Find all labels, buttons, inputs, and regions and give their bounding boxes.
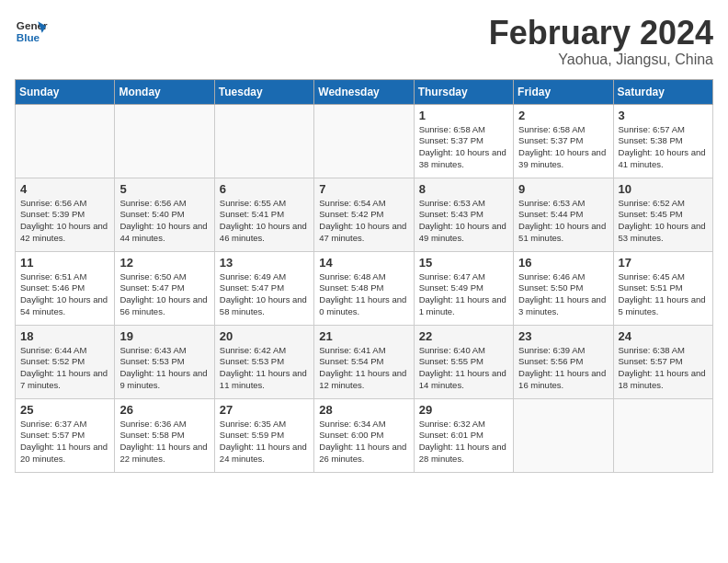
svg-text:Blue: Blue xyxy=(17,31,40,43)
day-number: 27 xyxy=(220,403,309,417)
calendar-week-3: 11Sunrise: 6:51 AM Sunset: 5:46 PM Dayli… xyxy=(16,251,713,325)
calendar-cell: 9Sunrise: 6:53 AM Sunset: 5:44 PM Daylig… xyxy=(514,178,613,251)
day-number: 28 xyxy=(319,403,408,417)
calendar-table: SundayMondayTuesdayWednesdayThursdayFrid… xyxy=(15,79,713,473)
day-number: 1 xyxy=(419,109,508,122)
calendar-cell: 29Sunrise: 6:32 AM Sunset: 6:01 PM Dayli… xyxy=(414,398,513,472)
day-info: Sunrise: 6:40 AM Sunset: 5:55 PM Dayligh… xyxy=(419,345,508,392)
weekday-header-saturday: Saturday xyxy=(613,79,712,104)
weekday-header-tuesday: Tuesday xyxy=(214,79,313,104)
calendar-cell xyxy=(613,398,712,472)
day-info: Sunrise: 6:39 AM Sunset: 5:56 PM Dayligh… xyxy=(518,345,608,392)
calendar-cell: 12Sunrise: 6:50 AM Sunset: 5:47 PM Dayli… xyxy=(115,251,214,325)
calendar-cell: 25Sunrise: 6:37 AM Sunset: 5:57 PM Dayli… xyxy=(16,398,115,472)
day-info: Sunrise: 6:53 AM Sunset: 5:44 PM Dayligh… xyxy=(518,198,608,245)
day-number: 5 xyxy=(119,182,209,196)
calendar-cell xyxy=(115,104,214,178)
day-number: 6 xyxy=(220,182,309,196)
day-number: 15 xyxy=(419,256,508,270)
weekday-header-row: SundayMondayTuesdayWednesdayThursdayFrid… xyxy=(16,79,713,104)
day-info: Sunrise: 6:58 AM Sunset: 5:37 PM Dayligh… xyxy=(419,124,508,171)
day-info: Sunrise: 6:56 AM Sunset: 5:39 PM Dayligh… xyxy=(20,198,109,245)
day-info: Sunrise: 6:45 AM Sunset: 5:51 PM Dayligh… xyxy=(619,271,708,318)
calendar-cell: 2Sunrise: 6:58 AM Sunset: 5:37 PM Daylig… xyxy=(514,104,613,178)
day-info: Sunrise: 6:41 AM Sunset: 5:54 PM Dayligh… xyxy=(319,345,408,392)
day-number: 29 xyxy=(419,403,508,417)
calendar-cell: 6Sunrise: 6:55 AM Sunset: 5:41 PM Daylig… xyxy=(214,178,313,251)
day-info: Sunrise: 6:43 AM Sunset: 5:53 PM Dayligh… xyxy=(119,345,209,392)
calendar-cell: 17Sunrise: 6:45 AM Sunset: 5:51 PM Dayli… xyxy=(613,251,712,325)
day-info: Sunrise: 6:52 AM Sunset: 5:45 PM Dayligh… xyxy=(619,198,708,245)
day-info: Sunrise: 6:42 AM Sunset: 5:53 PM Dayligh… xyxy=(220,345,309,392)
calendar-cell: 24Sunrise: 6:38 AM Sunset: 5:57 PM Dayli… xyxy=(613,325,712,398)
day-info: Sunrise: 6:51 AM Sunset: 5:46 PM Dayligh… xyxy=(20,271,109,318)
day-number: 7 xyxy=(319,182,408,196)
day-info: Sunrise: 6:50 AM Sunset: 5:47 PM Dayligh… xyxy=(119,271,209,318)
day-number: 9 xyxy=(518,182,608,196)
day-number: 13 xyxy=(220,256,309,270)
calendar-cell: 8Sunrise: 6:53 AM Sunset: 5:43 PM Daylig… xyxy=(414,178,513,251)
calendar-cell: 20Sunrise: 6:42 AM Sunset: 5:53 PM Dayli… xyxy=(214,325,313,398)
day-info: Sunrise: 6:36 AM Sunset: 5:58 PM Dayligh… xyxy=(119,419,209,465)
calendar-cell: 11Sunrise: 6:51 AM Sunset: 5:46 PM Dayli… xyxy=(16,251,115,325)
calendar-cell: 15Sunrise: 6:47 AM Sunset: 5:49 PM Dayli… xyxy=(414,251,513,325)
day-info: Sunrise: 6:53 AM Sunset: 5:43 PM Dayligh… xyxy=(419,198,508,245)
calendar-cell xyxy=(16,104,115,178)
day-number: 20 xyxy=(220,329,309,343)
calendar-cell: 27Sunrise: 6:35 AM Sunset: 5:59 PM Dayli… xyxy=(214,398,313,472)
calendar-cell: 21Sunrise: 6:41 AM Sunset: 5:54 PM Dayli… xyxy=(314,325,414,398)
calendar-cell: 5Sunrise: 6:56 AM Sunset: 5:40 PM Daylig… xyxy=(115,178,214,251)
location: Yaohua, Jiangsu, China xyxy=(489,52,713,68)
day-number: 12 xyxy=(119,256,209,270)
calendar-cell: 14Sunrise: 6:48 AM Sunset: 5:48 PM Dayli… xyxy=(314,251,414,325)
weekday-header-monday: Monday xyxy=(115,79,214,104)
day-number: 11 xyxy=(20,256,109,270)
calendar-cell: 18Sunrise: 6:44 AM Sunset: 5:52 PM Dayli… xyxy=(16,325,115,398)
month-title: February 2024 xyxy=(489,15,713,52)
calendar-week-5: 25Sunrise: 6:37 AM Sunset: 5:57 PM Dayli… xyxy=(16,398,713,472)
day-info: Sunrise: 6:48 AM Sunset: 5:48 PM Dayligh… xyxy=(319,271,408,318)
day-info: Sunrise: 6:44 AM Sunset: 5:52 PM Dayligh… xyxy=(20,345,109,392)
calendar-cell: 10Sunrise: 6:52 AM Sunset: 5:45 PM Dayli… xyxy=(613,178,712,251)
calendar-cell xyxy=(514,398,613,472)
day-number: 14 xyxy=(319,256,408,270)
day-number: 19 xyxy=(119,329,209,343)
day-info: Sunrise: 6:38 AM Sunset: 5:57 PM Dayligh… xyxy=(619,345,708,392)
calendar-cell xyxy=(214,104,313,178)
day-number: 3 xyxy=(619,109,708,122)
day-number: 23 xyxy=(518,329,608,343)
day-number: 26 xyxy=(119,403,209,417)
calendar-cell: 4Sunrise: 6:56 AM Sunset: 5:39 PM Daylig… xyxy=(16,178,115,251)
day-number: 22 xyxy=(419,329,508,343)
title-block: February 2024 Yaohua, Jiangsu, China xyxy=(489,15,713,68)
calendar-cell: 13Sunrise: 6:49 AM Sunset: 5:47 PM Dayli… xyxy=(214,251,313,325)
day-number: 25 xyxy=(20,403,109,417)
day-info: Sunrise: 6:47 AM Sunset: 5:49 PM Dayligh… xyxy=(419,271,508,318)
day-number: 17 xyxy=(619,256,708,270)
day-number: 24 xyxy=(619,329,708,343)
calendar-cell: 1Sunrise: 6:58 AM Sunset: 5:37 PM Daylig… xyxy=(414,104,513,178)
weekday-header-friday: Friday xyxy=(514,79,613,104)
day-info: Sunrise: 6:58 AM Sunset: 5:37 PM Dayligh… xyxy=(518,124,608,171)
weekday-header-sunday: Sunday xyxy=(16,79,115,104)
day-info: Sunrise: 6:46 AM Sunset: 5:50 PM Dayligh… xyxy=(518,271,608,318)
day-info: Sunrise: 6:34 AM Sunset: 6:00 PM Dayligh… xyxy=(319,419,408,465)
page-header: General Blue February 2024 Yaohua, Jiang… xyxy=(15,15,713,68)
day-number: 10 xyxy=(619,182,708,196)
weekday-header-thursday: Thursday xyxy=(414,79,513,104)
day-number: 21 xyxy=(319,329,408,343)
day-info: Sunrise: 6:49 AM Sunset: 5:47 PM Dayligh… xyxy=(220,271,309,318)
day-number: 8 xyxy=(419,182,508,196)
day-info: Sunrise: 6:56 AM Sunset: 5:40 PM Dayligh… xyxy=(119,198,209,245)
day-info: Sunrise: 6:54 AM Sunset: 5:42 PM Dayligh… xyxy=(319,198,408,245)
calendar-cell: 16Sunrise: 6:46 AM Sunset: 5:50 PM Dayli… xyxy=(514,251,613,325)
calendar-cell: 28Sunrise: 6:34 AM Sunset: 6:00 PM Dayli… xyxy=(314,398,414,472)
day-number: 16 xyxy=(518,256,608,270)
logo-icon: General Blue xyxy=(15,15,48,48)
calendar-cell: 7Sunrise: 6:54 AM Sunset: 5:42 PM Daylig… xyxy=(314,178,414,251)
calendar-cell: 22Sunrise: 6:40 AM Sunset: 5:55 PM Dayli… xyxy=(414,325,513,398)
calendar-week-2: 4Sunrise: 6:56 AM Sunset: 5:39 PM Daylig… xyxy=(16,178,713,251)
calendar-cell: 26Sunrise: 6:36 AM Sunset: 5:58 PM Dayli… xyxy=(115,398,214,472)
calendar-cell: 19Sunrise: 6:43 AM Sunset: 5:53 PM Dayli… xyxy=(115,325,214,398)
day-info: Sunrise: 6:57 AM Sunset: 5:38 PM Dayligh… xyxy=(619,124,708,171)
